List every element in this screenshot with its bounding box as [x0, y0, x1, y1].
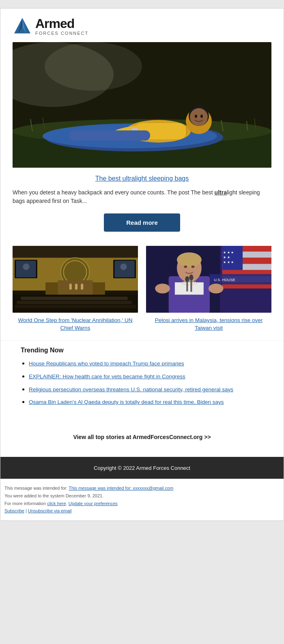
article-title-section: The best ultralight sleeping bags	[0, 168, 284, 186]
trending-list: House Republicans who voted to impeach T…	[21, 360, 263, 407]
footer-unsubscribe-link[interactable]: Unsubscribe via email	[28, 508, 72, 513]
list-item: House Republicans who voted to impeach T…	[29, 360, 263, 368]
svg-point-44	[23, 263, 29, 270]
svg-rect-27	[13, 246, 138, 258]
read-more-container: Read more	[0, 211, 284, 242]
svg-text:U.S. HOUSE: U.S. HOUSE	[214, 278, 235, 282]
trending-link-2[interactable]: EXPLAINER: How health care for vets beca…	[29, 373, 185, 380]
news-thumb-pelosi: ★ ★ ★ ★ ★ ★ ★ ★ U.S. HOUSE	[146, 246, 271, 313]
svg-point-21	[195, 115, 197, 118]
logo-brand: Armed	[35, 17, 88, 30]
svg-point-20	[190, 108, 208, 126]
trending-section: Trending Now House Republicans who voted…	[0, 340, 284, 422]
list-item: Osama Bin Laden's Al Qaeda deputy is tot…	[29, 398, 263, 406]
news-col-right: ★ ★ ★ ★ ★ ★ ★ ★ U.S. HOUSE	[146, 246, 271, 332]
svg-rect-39	[15, 305, 136, 308]
svg-rect-63	[175, 282, 204, 294]
footer-pipe: |	[24, 508, 28, 513]
footer-line3-text: For more information	[4, 501, 47, 506]
svg-rect-37	[21, 297, 127, 300]
svg-text:★ ★: ★ ★	[223, 256, 230, 259]
footer-copyright: Copyright © 2022 Armed Forces Connect	[94, 465, 190, 471]
news-thumb-un	[13, 246, 138, 313]
pelosi-illustration: ★ ★ ★ ★ ★ ★ ★ ★ U.S. HOUSE	[146, 246, 271, 313]
two-col-news: World One Step from 'Nuclear Annihilatio…	[0, 242, 284, 340]
svg-point-69	[155, 284, 170, 293]
svg-rect-33	[69, 284, 72, 290]
svg-rect-35	[81, 284, 83, 290]
svg-text:★ ★ ★: ★ ★ ★	[223, 251, 234, 254]
list-item: EXPLAINER: How health care for vets beca…	[29, 373, 263, 381]
footer-meta-text: This message was intended for: This mess…	[4, 484, 280, 515]
svg-rect-34	[75, 284, 77, 290]
view-all-section: View all top stories at ArmedForcesConne…	[0, 421, 284, 457]
footer-line2: You were added to the system December 9,…	[4, 493, 103, 498]
read-more-button[interactable]: Read more	[104, 213, 180, 232]
view-all-link[interactable]: View all top stories at ArmedForcesConne…	[73, 434, 211, 440]
footer-dark: Copyright © 2022 Armed Forces Connect	[0, 457, 284, 479]
svg-rect-25	[69, 130, 150, 141]
un-assembly-illustration	[13, 246, 138, 313]
svg-point-67	[184, 266, 187, 268]
svg-point-45	[120, 263, 127, 270]
email-body: Armed FORCES CONNECT	[0, 9, 284, 520]
footer-preferences-link[interactable]: Update your preferences	[69, 501, 118, 506]
hero-image: SEA TO SUMMIT	[13, 42, 271, 168]
trending-link-3[interactable]: Religious persecution overseas threatens…	[29, 386, 233, 392]
trending-title: Trending Now	[21, 347, 263, 354]
svg-point-68	[191, 266, 194, 268]
svg-point-66	[177, 252, 202, 267]
list-item: Religious persecution overseas threatens…	[29, 386, 263, 394]
footer-meta: This message was intended for: This mess…	[0, 479, 284, 520]
logo-container: Armed FORCES CONNECT	[13, 17, 271, 36]
article-excerpt: When you detest a heavy backpack and eve…	[0, 186, 284, 211]
email-container: Armed FORCES CONNECT	[0, 8, 284, 521]
svg-point-5	[45, 42, 142, 91]
article-title-link[interactable]: The best ultralight sleeping bags	[95, 175, 189, 182]
logo-text-block: Armed FORCES CONNECT	[35, 17, 88, 36]
logo-subtext: FORCES CONNECT	[35, 31, 88, 36]
header: Armed FORCES CONNECT	[0, 9, 284, 42]
news-link-un[interactable]: World One Step from 'Nuclear Annihilatio…	[13, 317, 138, 332]
footer-line1-prefix: This message was intended for:	[4, 486, 69, 490]
excerpt-text: When you detest a heavy backpack and eve…	[13, 189, 260, 204]
hero-illustration: SEA TO SUMMIT	[13, 42, 271, 168]
news-col-left: World One Step from 'Nuclear Annihilatio…	[13, 246, 138, 332]
footer-click-here-link[interactable]: click here	[47, 501, 66, 506]
hero-image-container: SEA TO SUMMIT	[0, 42, 284, 168]
svg-point-73	[185, 276, 189, 282]
svg-point-70	[209, 284, 223, 293]
footer-email-link[interactable]: This message was intended for: xxxxxxx@g…	[69, 486, 173, 490]
trending-link-1[interactable]: House Republicans who voted to impeach T…	[29, 360, 184, 367]
svg-point-74	[189, 275, 193, 280]
news-link-pelosi[interactable]: Pelosi arrives in Malaysia, tensions ris…	[146, 317, 271, 332]
trending-link-4[interactable]: Osama Bin Laden's Al Qaeda deputy is tot…	[29, 399, 224, 405]
svg-point-22	[200, 115, 203, 118]
svg-text:★ ★ ★: ★ ★ ★	[223, 260, 234, 264]
footer-subscribe-link[interactable]: Subscribe	[4, 508, 24, 513]
logo-triangle-icon	[13, 17, 32, 36]
svg-rect-38	[17, 301, 132, 304]
